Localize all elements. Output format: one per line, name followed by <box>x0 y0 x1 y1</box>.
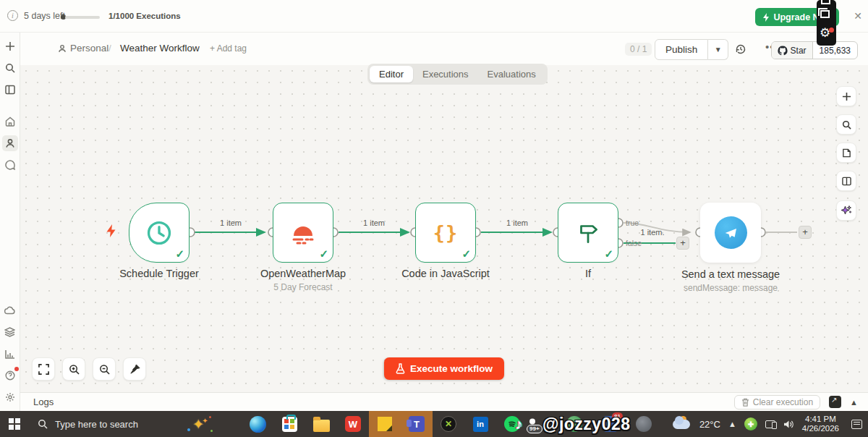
microsoft-store-icon[interactable] <box>273 411 305 437</box>
action-center-icon[interactable] <box>851 420 862 429</box>
clock-widget[interactable]: 4:41 PM 4/26/2026 <box>802 415 839 433</box>
trash-icon <box>741 398 749 407</box>
copilot-icon[interactable]: ✦✦ <box>184 411 216 437</box>
publish-dropdown-caret[interactable]: ▼ <box>708 39 728 60</box>
window-icon[interactable] <box>821 0 830 4</box>
logs-title: Logs <box>33 396 54 407</box>
spotify-icon[interactable] <box>496 411 528 437</box>
info-icon: i <box>7 10 18 21</box>
canvas-zoom-toolbar <box>32 357 146 381</box>
trial-progress-track <box>65 16 100 19</box>
temperature-label[interactable]: 22°C <box>699 419 720 430</box>
ai-assistant-button[interactable] <box>836 200 856 221</box>
popout-logs-icon[interactable] <box>829 396 841 408</box>
node-label: If <box>509 268 668 279</box>
file-explorer-icon[interactable] <box>305 411 337 437</box>
insights-icon[interactable] <box>2 346 18 362</box>
view-tabs: Editor Executions Evaluations <box>367 64 548 85</box>
clear-execution-button[interactable]: Clear execution <box>734 395 820 410</box>
connection-items-label: 1 item <box>363 218 385 227</box>
collapse-logs-icon[interactable]: ▲ <box>850 398 858 407</box>
start-button[interactable] <box>0 411 29 437</box>
weather-icon[interactable] <box>673 417 692 430</box>
publish-button[interactable]: Publish <box>655 39 708 60</box>
home-icon[interactable] <box>2 114 18 130</box>
taskbar-search[interactable]: Type here to search <box>29 411 184 437</box>
tidy-up-button[interactable] <box>123 357 146 381</box>
tab-evaluations[interactable]: Evaluations <box>478 66 545 82</box>
person-icon <box>58 44 67 53</box>
execute-workflow-button[interactable]: Execute workflow <box>384 357 504 380</box>
github-star-widget[interactable]: Star 185,633 <box>771 41 858 59</box>
workflow-header: Personal / Weather Workflow + Add tag 0 … <box>20 33 868 65</box>
templates-icon[interactable] <box>2 324 18 340</box>
volume-icon[interactable] <box>783 420 794 429</box>
workflow-title[interactable]: Weather Workflow <box>120 43 200 54</box>
tray-expand-icon[interactable]: ▲ <box>728 420 736 428</box>
help-icon[interactable] <box>2 368 18 383</box>
capture-overlay-toolbar[interactable]: ⚙ <box>817 0 836 46</box>
search-nodes-button[interactable] <box>836 114 856 135</box>
publish-counter-badge: 0 / 1 <box>625 43 652 56</box>
node-openweathermap[interactable]: ✓ <box>273 203 333 263</box>
tab-executions[interactable]: Executions <box>413 66 478 82</box>
sticky-notes-icon[interactable] <box>369 411 401 437</box>
flask-icon <box>396 363 405 374</box>
node-send-text-message[interactable] <box>700 203 761 263</box>
logs-panel-header[interactable]: Logs Clear execution ▲ <box>20 392 868 411</box>
cloud-admin-icon[interactable] <box>2 302 18 318</box>
hidden-app-icon[interactable] <box>628 411 660 437</box>
success-check-icon: ✓ <box>175 247 184 260</box>
node-code-in-javascript[interactable]: {} ✓ <box>415 203 476 263</box>
tab-editor[interactable]: Editor <box>370 66 413 82</box>
hidden-app-icon[interactable]: 81 <box>595 411 626 437</box>
connection-items-label: 1 item. <box>640 228 664 237</box>
banner-close-icon[interactable]: ✕ <box>854 10 862 22</box>
add-node-plus-button[interactable]: + <box>676 237 689 250</box>
trial-days-left: 5 days left <box>24 11 65 21</box>
node-label: Schedule Trigger <box>80 268 239 279</box>
sticky-note-button[interactable] <box>836 143 856 163</box>
teams-icon[interactable]: T <box>401 411 433 437</box>
wps-office-icon[interactable]: W <box>337 411 369 437</box>
chat-icon[interactable] <box>2 157 18 173</box>
search-icon <box>38 419 48 429</box>
device-tray-icon[interactable] <box>765 420 775 428</box>
node-if[interactable]: ✓ <box>558 203 618 263</box>
antivirus-tray-icon[interactable]: ✚ <box>744 417 757 430</box>
signpost-icon <box>574 219 602 247</box>
zoom-out-button[interactable] <box>93 357 116 381</box>
add-node-button[interactable] <box>836 86 856 106</box>
copy-window-icon[interactable] <box>820 10 830 18</box>
add-node-plus-button[interactable]: + <box>799 226 812 239</box>
panel-toggle-icon[interactable] <box>2 82 18 98</box>
fit-view-button[interactable] <box>32 357 55 381</box>
gear-badge <box>829 27 834 33</box>
node-label: Send a text message <box>651 268 810 280</box>
edge-icon[interactable] <box>242 411 273 437</box>
node-schedule-trigger[interactable]: ✓ <box>129 203 190 263</box>
tray-time: 4:41 PM <box>805 415 836 423</box>
split-panel-button[interactable] <box>836 171 856 191</box>
search-icon[interactable] <box>2 60 18 76</box>
settings-icon[interactable] <box>2 389 18 405</box>
true-output-label: true <box>626 218 639 227</box>
linkedin-icon[interactable]: in <box>464 411 496 437</box>
node-label: Code in JavaScript <box>366 268 525 279</box>
windows-logo-icon <box>9 418 20 430</box>
zoom-in-button[interactable] <box>62 357 85 381</box>
personal-project-icon[interactable] <box>2 135 18 151</box>
new-workflow-icon[interactable] <box>2 38 18 54</box>
left-sidebar <box>0 33 20 411</box>
trial-banner: i 5 days left 1/1000 Executions Upgrade … <box>0 0 868 33</box>
workflow-canvas[interactable]: ✓ Schedule Trigger ✓ OpenWeatherMap 5 Da… <box>20 65 868 392</box>
clock-icon <box>145 218 174 247</box>
node-subtitle: sendMessage: message <box>651 283 810 293</box>
false-output-label: false <box>626 239 642 247</box>
game-app-icon[interactable]: ✕ <box>433 411 464 437</box>
history-icon[interactable] <box>735 43 746 58</box>
hidden-app-icon[interactable] <box>558 411 590 437</box>
add-tag-button[interactable]: + Add tag <box>210 43 247 54</box>
breadcrumb-project[interactable]: Personal <box>58 43 109 54</box>
node-subtitle: 5 Day Forecast <box>224 282 383 292</box>
